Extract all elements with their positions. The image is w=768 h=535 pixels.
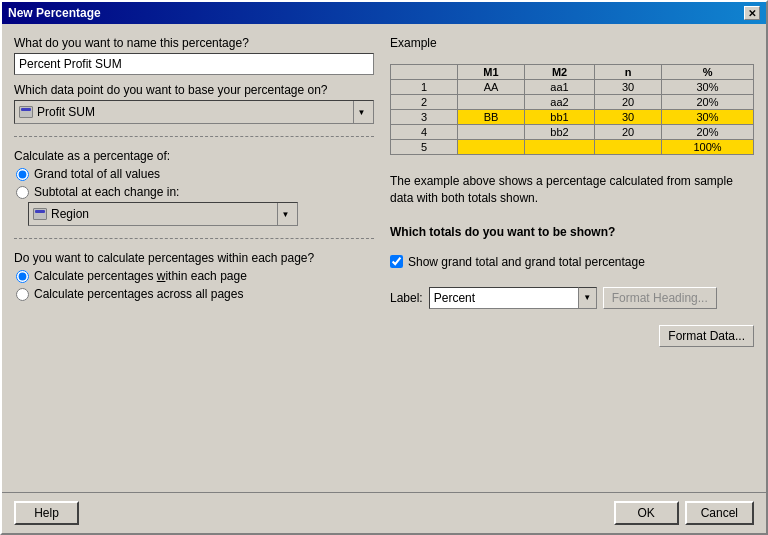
radio-within-item[interactable]: Calculate percentages within each page: [16, 269, 374, 283]
calculate-section: Calculate as a percentage of: Grand tota…: [14, 149, 374, 226]
radio-subtotal[interactable]: [16, 186, 29, 199]
close-button[interactable]: ✕: [744, 6, 760, 20]
cell-1-m1: AA: [458, 80, 525, 95]
datapoint-label: Which data point do you want to base you…: [14, 83, 374, 97]
radio-across-label: Calculate percentages across all pages: [34, 287, 243, 301]
datapoint-dropdown[interactable]: Profit SUM ▼: [14, 100, 374, 124]
cell-4-m2: bb2: [525, 125, 595, 140]
checkbox-label: Show grand total and grand total percent…: [408, 255, 645, 269]
subtotal-inner: Region: [33, 207, 277, 221]
name-label: What do you want to name this percentage…: [14, 36, 374, 50]
database-icon: [19, 106, 33, 118]
show-grand-total-checkbox[interactable]: [390, 255, 403, 268]
subtotal-dropdown[interactable]: Region ▼: [28, 202, 298, 226]
cell-4-m1: [458, 125, 525, 140]
label-text: Label:: [390, 291, 423, 305]
cell-2-pct: 20%: [662, 95, 754, 110]
radio-grand-item[interactable]: Grand total of all values: [16, 167, 374, 181]
left-panel: What do you want to name this percentage…: [14, 36, 374, 480]
table-row-total: 5 100%: [391, 140, 754, 155]
calculate-radio-group: Grand total of all values Subtotal at ea…: [14, 167, 374, 199]
cell-1-pct: 30%: [662, 80, 754, 95]
cancel-button[interactable]: Cancel: [685, 501, 754, 525]
help-button[interactable]: Help: [14, 501, 79, 525]
format-data-button[interactable]: Format Data...: [659, 325, 754, 347]
table-header-row: M1 M2 n %: [391, 65, 754, 80]
cell-2-m1: [458, 95, 525, 110]
radio-subtotal-label: Subtotal at each change in:: [34, 185, 179, 199]
datapoint-section: Which data point do you want to base you…: [14, 83, 374, 124]
table-row: 2 aa2 20 20%: [391, 95, 754, 110]
col-n: n: [595, 65, 662, 80]
cell-3-n: 30: [595, 110, 662, 125]
right-panel: Example M1 M2 n % 1 AA aa1: [390, 36, 754, 480]
dialog-content: What do you want to name this percentage…: [2, 24, 766, 492]
cell-5-m1: [458, 140, 525, 155]
label-dropdown-arrow[interactable]: ▼: [579, 287, 597, 309]
col-empty: [391, 65, 458, 80]
table-row: 4 bb2 20 20%: [391, 125, 754, 140]
page-label: Do you want to calculate percentages wit…: [14, 251, 374, 265]
radio-across[interactable]: [16, 288, 29, 301]
subtotal-value: Region: [51, 207, 89, 221]
row-num-2: 2: [391, 95, 458, 110]
cell-3-pct: 30%: [662, 110, 754, 125]
cell-5-pct: 100%: [662, 140, 754, 155]
radio-across-item[interactable]: Calculate percentages across all pages: [16, 287, 374, 301]
row-num-1: 1: [391, 80, 458, 95]
format-row: Format Data...: [390, 325, 754, 347]
label-row: Label: ▼ Format Heading...: [390, 287, 754, 309]
datapoint-value: Profit SUM: [37, 105, 95, 119]
page-section: Do you want to calculate percentages wit…: [14, 251, 374, 301]
cell-2-n: 20: [595, 95, 662, 110]
cell-2-m2: aa2: [525, 95, 595, 110]
cell-5-m2: [525, 140, 595, 155]
subtotal-dropdown-arrow[interactable]: ▼: [277, 203, 293, 225]
cell-1-m2: aa1: [525, 80, 595, 95]
datapoint-dropdown-arrow[interactable]: ▼: [353, 101, 369, 123]
subtotal-db-icon: [33, 208, 47, 220]
example-description: The example above shows a percentage cal…: [390, 173, 754, 207]
col-pct: %: [662, 65, 754, 80]
dialog-window: New Percentage ✕ What do you want to nam…: [0, 0, 768, 535]
cell-3-m1: BB: [458, 110, 525, 125]
radio-within-label: Calculate percentages within each page: [34, 269, 247, 283]
row-num-3: 3: [391, 110, 458, 125]
table-row-highlighted: 3 BB bb1 30 30%: [391, 110, 754, 125]
label-combo: ▼: [429, 287, 597, 309]
cell-4-n: 20: [595, 125, 662, 140]
radio-grand-label: Grand total of all values: [34, 167, 160, 181]
bottom-bar: Help OK Cancel: [2, 492, 766, 533]
show-grand-total-checkbox-item[interactable]: Show grand total and grand total percent…: [390, 255, 754, 269]
row-num-5: 5: [391, 140, 458, 155]
radio-within[interactable]: [16, 270, 29, 283]
cell-5-n: [595, 140, 662, 155]
right-buttons: OK Cancel: [614, 501, 754, 525]
cell-4-pct: 20%: [662, 125, 754, 140]
ok-button[interactable]: OK: [614, 501, 679, 525]
datapoint-dropdown-inner: Profit SUM: [19, 105, 353, 119]
totals-question: Which totals do you want to be shown?: [390, 225, 754, 239]
row-num-4: 4: [391, 125, 458, 140]
dialog-title: New Percentage: [8, 6, 101, 20]
divider-1: [14, 136, 374, 137]
radio-grand[interactable]: [16, 168, 29, 181]
example-table: M1 M2 n % 1 AA aa1 30 30% 2: [390, 64, 754, 155]
cell-3-m2: bb1: [525, 110, 595, 125]
example-label: Example: [390, 36, 754, 50]
divider-2: [14, 238, 374, 239]
name-section: What do you want to name this percentage…: [14, 36, 374, 75]
page-radio-group: Calculate percentages within each page C…: [14, 269, 374, 301]
format-heading-button: Format Heading...: [603, 287, 717, 309]
cell-1-n: 30: [595, 80, 662, 95]
label-input[interactable]: [429, 287, 579, 309]
col-m1: M1: [458, 65, 525, 80]
title-bar: New Percentage ✕: [2, 2, 766, 24]
table-row: 1 AA aa1 30 30%: [391, 80, 754, 95]
radio-subtotal-item[interactable]: Subtotal at each change in:: [16, 185, 374, 199]
calculate-label: Calculate as a percentage of:: [14, 149, 374, 163]
col-m2: M2: [525, 65, 595, 80]
name-input[interactable]: [14, 53, 374, 75]
